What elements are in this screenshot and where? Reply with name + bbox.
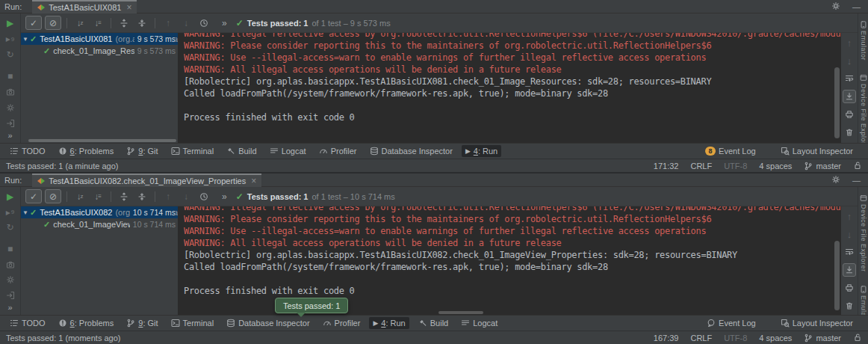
toggle-auto-test-icon[interactable]: ↻ — [0, 47, 20, 63]
event-log-button[interactable]: Event Log — [703, 317, 760, 329]
status-message[interactable]: Tests passed: 1 (moments ago) — [6, 334, 120, 343]
printer-icon[interactable] — [843, 108, 856, 121]
trash-icon[interactable] — [843, 299, 856, 313]
rerun-failed-tests-icon[interactable]: ▸9 — [0, 31, 20, 47]
settings-gear-icon[interactable] — [831, 175, 840, 185]
test-history-icon[interactable] — [196, 16, 211, 30]
layout-inspector-button[interactable]: Layout Inspector — [777, 145, 857, 157]
previous-occurrence-icon[interactable]: ↑ — [161, 16, 176, 30]
next-occurrence-icon[interactable]: ↓ — [179, 189, 193, 203]
left-toolbar-more-icon[interactable]: » — [7, 131, 12, 140]
hide-icon[interactable]: — — [852, 176, 861, 185]
more-actions-icon[interactable]: » — [222, 191, 227, 202]
toolwindow-profiler[interactable]: Profiler — [319, 317, 365, 329]
tool-window-button-emulator[interactable]: Emulator — [860, 21, 867, 61]
console-vscrollbar-thumb[interactable] — [834, 67, 840, 138]
previous-occurrence-icon[interactable]: ↑ — [161, 189, 176, 203]
down-stack-trace-icon[interactable]: ↓ — [843, 54, 856, 67]
caret-position[interactable]: 171:32 — [654, 162, 679, 171]
exit-icon[interactable] — [0, 287, 20, 303]
up-stack-trace-icon[interactable]: ↑ — [843, 209, 856, 223]
git-branch-widget[interactable]: master — [804, 162, 841, 171]
rerun-failed-tests-icon[interactable]: ▸9 — [0, 205, 20, 221]
sort-alphabetically-icon[interactable]: ↓z — [72, 189, 87, 203]
toolwindow-run[interactable]: ▶4: Run — [462, 145, 501, 157]
tool-window-button-device-file-explorer[interactable]: Device File Explorer — [860, 194, 867, 272]
close-tab-icon[interactable]: × — [126, 4, 131, 11]
caret-position[interactable]: 167:39 — [654, 334, 679, 343]
sort-alphabetically-icon[interactable]: ↓z — [72, 16, 87, 30]
show-ignored-button[interactable]: ⊘ — [45, 16, 61, 30]
test-history-icon[interactable] — [196, 189, 211, 203]
camera-icon[interactable] — [0, 84, 20, 99]
toolwindow-database-inspector[interactable]: Database Inspector — [366, 145, 456, 157]
toolwindow-git[interactable]: 9: Git — [123, 317, 161, 329]
left-toolbar-more-icon[interactable]: » — [7, 303, 12, 312]
expand-all-icon[interactable] — [117, 189, 131, 203]
show-ignored-button[interactable]: ⊘ — [45, 189, 61, 203]
git-branch-widget[interactable]: master — [804, 334, 841, 343]
toggle-auto-test-icon[interactable]: ↻ — [0, 220, 20, 236]
toolwindow-todo[interactable]: TODO — [6, 145, 49, 157]
toolwindow-terminal[interactable]: Terminal — [167, 145, 218, 157]
rerun-tests-icon[interactable]: ▶ — [0, 189, 20, 205]
toolwindow-database-inspector[interactable]: Database Inspector — [223, 317, 313, 329]
soft-wrap-icon[interactable] — [843, 72, 856, 85]
expand-all-icon[interactable] — [117, 16, 131, 30]
tests-passed-balloon[interactable]: Tests passed: 1 — [275, 298, 348, 313]
run-config-tab[interactable]: TestA1BasicUIX082.check_01_ImageView_Pro… — [32, 173, 261, 187]
collapse-all-icon[interactable] — [134, 16, 149, 30]
console-vscrollbar-thumb[interactable] — [834, 241, 840, 310]
toolwindow-logcat[interactable]: Logcat — [266, 145, 310, 157]
show-passed-button[interactable]: ✓ — [25, 189, 42, 203]
toolwindow-terminal[interactable]: Terminal — [167, 317, 218, 329]
layout-inspector-button[interactable]: Layout Inspector — [777, 317, 857, 329]
run-config-tab[interactable]: TestA1BasicUIX081 × — [32, 0, 137, 13]
test-suite-row[interactable]: ▼ ✓ TestA1BasicUIX082 (org.aplas.basica … — [21, 206, 178, 218]
toolwindow-logcat[interactable]: Logcat — [457, 317, 501, 329]
collapse-all-icon[interactable] — [134, 189, 149, 203]
tree-hscrollbar-thumb[interactable] — [28, 139, 176, 142]
toolwindow-run[interactable]: ▶4: Run — [369, 317, 409, 329]
console-hscrollbar-thumb[interactable] — [438, 311, 483, 314]
next-occurrence-icon[interactable]: ↓ — [179, 16, 193, 30]
event-log-button[interactable]: 8Event Log — [701, 145, 760, 157]
test-case-row[interactable]: ✓ check_01_Image_Resources 9 s 573 ms — [21, 45, 178, 57]
hide-icon[interactable]: — — [852, 2, 861, 11]
encoding[interactable]: UTF-8 — [724, 334, 747, 343]
sort-by-duration-icon[interactable]: ↓≡ — [90, 16, 105, 30]
indent-style[interactable]: 4 spaces — [759, 162, 792, 171]
encoding[interactable]: UTF-8 — [724, 162, 747, 171]
more-actions-icon[interactable]: » — [222, 18, 227, 28]
rerun-tests-icon[interactable]: ▶ — [0, 16, 20, 31]
test-suite-row[interactable]: ▼ ✓ TestA1BasicUIX081 (org.aplas.basica … — [21, 33, 178, 45]
expand-chevron-icon[interactable]: ▼ — [21, 36, 30, 43]
tool-window-button-device-file-explorer[interactable]: Device File Explorer — [860, 74, 867, 152]
up-stack-trace-icon[interactable]: ↑ — [843, 36, 856, 49]
toolwindow-problems[interactable]: 6: Problems — [55, 317, 118, 329]
unlock-icon[interactable] — [853, 333, 862, 343]
toolwindow-git[interactable]: 9: Git — [123, 145, 161, 157]
status-message[interactable]: Tests passed: 1 (a minute ago) — [6, 162, 118, 171]
line-ending[interactable]: CRLF — [690, 162, 712, 171]
line-ending[interactable]: CRLF — [690, 334, 712, 343]
trash-icon[interactable] — [843, 126, 856, 139]
gear-bug-icon[interactable] — [0, 272, 20, 288]
printer-icon[interactable] — [843, 281, 856, 295]
exit-icon[interactable] — [0, 115, 20, 131]
console-output[interactable]: WARNING: Illegal reflective access by or… — [178, 33, 841, 143]
toolwindow-todo[interactable]: TODO — [6, 317, 49, 329]
stop-icon[interactable]: ■ — [0, 242, 20, 257]
unlock-icon[interactable] — [853, 161, 862, 171]
camera-icon[interactable] — [0, 257, 20, 272]
settings-gear-icon[interactable] — [831, 1, 840, 12]
expand-chevron-icon[interactable]: ▼ — [21, 209, 30, 216]
stop-icon[interactable]: ■ — [0, 69, 20, 85]
scroll-to-end-icon[interactable] — [843, 90, 856, 103]
scroll-to-end-icon[interactable] — [843, 263, 856, 277]
toolwindow-build[interactable]: Build — [223, 145, 260, 157]
toolwindow-problems[interactable]: 6: Problems — [55, 145, 118, 157]
down-stack-trace-icon[interactable]: ↓ — [843, 227, 856, 241]
toolwindow-build[interactable]: Build — [415, 317, 452, 329]
toolwindow-profiler[interactable]: Profiler — [315, 145, 361, 157]
